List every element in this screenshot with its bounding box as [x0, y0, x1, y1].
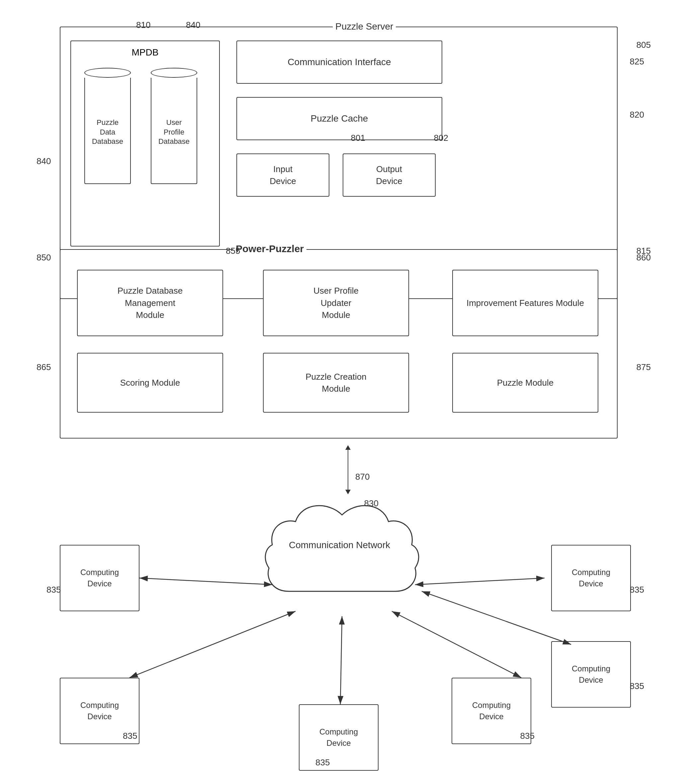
arrow-line-1 — [347, 450, 348, 490]
puzzle-db-mgmt-label: Puzzle DatabaseManagementModule — [117, 285, 183, 321]
mpdb-box: MPDB PuzzleDataDatabase UserProfileDatab… — [70, 41, 220, 247]
svg-line-4 — [130, 611, 295, 678]
computing-device-mid-right: ComputingDevice — [551, 641, 631, 708]
puzzle-server-right: Communication Interface Puzzle Cache Inp… — [236, 34, 602, 240]
scoring-module-box: Scoring Module — [77, 353, 223, 413]
computing-device-label-mr: ComputingDevice — [572, 663, 610, 685]
ref-850: 850 — [37, 252, 51, 263]
output-device-box: OutputDevice — [342, 153, 436, 197]
user-profile-updater-box: User ProfileUpdaterModule — [263, 270, 409, 336]
computing-device-label-bl: ComputingDevice — [80, 699, 119, 722]
ref-840-left: 840 — [37, 156, 51, 166]
arrow-head-down — [345, 490, 351, 494]
ref-835-tr: 835 — [630, 585, 644, 595]
computing-device-top-left: ComputingDevice — [60, 545, 140, 611]
power-puzzler-label: Power-Puzzler — [233, 243, 307, 254]
scoring-module-label: Scoring Module — [120, 377, 180, 389]
ref-835-bl: 835 — [123, 731, 137, 741]
output-device-label: OutputDevice — [376, 163, 402, 187]
improvement-features-label: Improvement Features Module — [466, 297, 584, 309]
svg-line-3 — [415, 578, 545, 585]
mpdb-label: MPDB — [71, 47, 219, 58]
power-puzzler-box: Power-Puzzler Puzzle DatabaseManagementM… — [60, 249, 618, 439]
communication-network-cloud: Communication Network — [262, 495, 422, 615]
puzzle-creation-label: Puzzle CreationModule — [305, 371, 367, 395]
computing-device-label-tr: ComputingDevice — [572, 567, 610, 589]
puzzle-server-label: Puzzle Server — [333, 21, 396, 32]
improvement-features-box: Improvement Features Module — [452, 270, 598, 336]
ref-855: 855 — [226, 246, 240, 256]
communication-interface-label: Communication Interface — [287, 55, 391, 68]
user-profile-db-label: UserProfileDatabase — [158, 118, 190, 146]
communication-network-label: Communication Network — [289, 540, 390, 550]
computing-device-label-br: ComputingDevice — [472, 699, 511, 722]
input-device-box: InputDevice — [236, 153, 330, 197]
ref-815: 815 — [636, 246, 651, 256]
ref-802: 802 — [434, 133, 448, 143]
puzzle-db-cylinder: PuzzleDataDatabase — [84, 68, 131, 184]
ref-870: 870 — [355, 472, 370, 482]
cyl-body-puzzle: PuzzleDataDatabase — [84, 78, 131, 184]
computing-device-label-bc: ComputingDevice — [320, 726, 358, 748]
ref-835-br: 835 — [520, 731, 535, 741]
puzzle-cache-box: Puzzle Cache — [236, 97, 442, 140]
cyl-top-puzzle — [84, 68, 131, 78]
svg-line-2 — [140, 578, 272, 585]
user-profile-updater-label: User ProfileUpdaterModule — [313, 285, 359, 321]
communication-interface-box: Communication Interface — [236, 41, 442, 84]
computing-device-top-right: ComputingDevice — [551, 545, 631, 611]
puzzle-cache-label: Puzzle Cache — [311, 112, 368, 125]
ref-805: 805 — [636, 40, 651, 50]
input-device-label: InputDevice — [269, 163, 296, 187]
computing-device-bottom-center: ComputingDevice — [299, 704, 378, 771]
ref-875: 875 — [636, 362, 651, 372]
vertical-arrow — [345, 445, 351, 494]
ref-810: 810 — [136, 20, 150, 30]
arrow-head-up — [345, 445, 351, 450]
svg-line-7 — [422, 591, 571, 644]
ref-835-mr: 835 — [630, 681, 644, 691]
puzzle-module-box: Puzzle Module — [452, 353, 598, 413]
cyl-body-user: UserProfileDatabase — [151, 78, 197, 184]
ref-835-bc: 835 — [315, 758, 330, 768]
computing-device-bottom-right: ComputingDevice — [451, 678, 531, 744]
user-profile-cylinder: UserProfileDatabase — [151, 68, 197, 184]
ref-865: 865 — [37, 362, 51, 372]
ref-840-top: 840 — [186, 20, 200, 30]
computing-device-label-tl: ComputingDevice — [80, 567, 119, 589]
diagram-container: Puzzle Server MPDB PuzzleDataDatabase Us… — [26, 13, 657, 771]
cloud-svg — [262, 495, 422, 615]
puzzle-db-label: PuzzleDataDatabase — [92, 118, 123, 146]
cyl-top-user — [151, 68, 197, 78]
svg-line-6 — [392, 611, 521, 678]
puzzle-db-mgmt-box: Puzzle DatabaseManagementModule — [77, 270, 223, 336]
cloud-text: Communication Network — [289, 538, 390, 552]
ref-820: 820 — [630, 110, 644, 120]
ref-830: 830 — [364, 498, 378, 509]
ref-835-tl: 835 — [47, 585, 61, 595]
svg-line-5 — [340, 616, 342, 704]
puzzle-module-label: Puzzle Module — [497, 377, 554, 389]
puzzle-creation-box: Puzzle CreationModule — [263, 353, 409, 413]
ref-825: 825 — [630, 57, 644, 67]
ref-801: 801 — [351, 133, 365, 143]
